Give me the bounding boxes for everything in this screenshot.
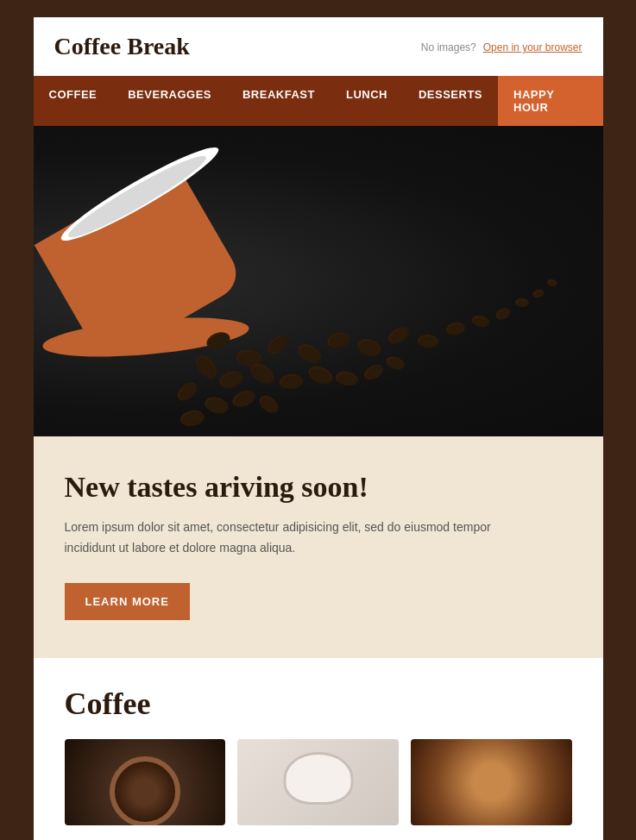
learn-more-button[interactable]: LEARN MORE xyxy=(65,583,190,620)
coffee-cards-row xyxy=(65,739,572,825)
coffee-card-2 xyxy=(237,739,399,825)
coffee-bean xyxy=(325,330,351,350)
coffee-bean xyxy=(179,409,205,429)
coffee-bean xyxy=(192,352,221,382)
coffee-section-title: Coffee xyxy=(65,686,572,722)
coffee-bean xyxy=(334,370,358,387)
coffee-bean xyxy=(385,324,412,348)
header-meta: No images? Open in your browser xyxy=(421,39,582,54)
hero-image xyxy=(34,126,603,436)
coffee-bean xyxy=(470,314,490,329)
content-body: Lorem ipsum dolor sit amet, consectetur … xyxy=(65,517,513,559)
coffee-bean xyxy=(305,363,335,388)
nav-item-lunch[interactable]: LUNCH xyxy=(331,76,403,126)
navigation: COFFEE BEVERAGGES BREAKFAST LUNCH DESSER… xyxy=(34,76,603,126)
content-heading: New tastes ariving soon! xyxy=(65,471,572,504)
coffee-bean xyxy=(361,361,385,383)
coffee-card-3 xyxy=(411,739,572,825)
coffee-bean xyxy=(355,336,382,359)
coffee-bean xyxy=(255,392,280,417)
open-in-browser-link[interactable]: Open in your browser xyxy=(483,41,582,53)
coffee-section: Coffee xyxy=(34,658,603,840)
nav-item-desserts[interactable]: DESSERTS xyxy=(403,76,498,126)
coffee-bean xyxy=(264,332,291,358)
nav-item-breakfast[interactable]: BREAKFAST xyxy=(227,76,331,126)
coffee-bean xyxy=(230,388,256,410)
content-section: New tastes ariving soon! Lorem ipsum dol… xyxy=(34,436,603,658)
coffee-bean xyxy=(532,288,545,298)
nav-item-beverages[interactable]: BEVERAGGES xyxy=(112,76,227,126)
coffee-bean xyxy=(514,298,529,307)
coffee-bean xyxy=(494,306,512,322)
site-title: Coffee Break xyxy=(54,33,190,60)
coffee-bean xyxy=(294,341,324,367)
no-images-text: No images? xyxy=(421,41,476,53)
coffee-card-1 xyxy=(65,739,226,825)
coffee-bean xyxy=(417,334,438,348)
email-container: Coffee Break No images? Open in your bro… xyxy=(34,17,603,840)
coffee-bean xyxy=(279,373,303,390)
coffee-bean xyxy=(384,354,406,373)
coffee-bean xyxy=(173,379,199,404)
coffee-bean xyxy=(217,368,244,391)
coffee-bean xyxy=(444,321,465,336)
nav-item-coffee[interactable]: COFFEE xyxy=(34,76,113,126)
coffee-bean xyxy=(203,395,230,417)
header: Coffee Break No images? Open in your bro… xyxy=(34,17,603,76)
nav-item-happy-hour[interactable]: HAPPY HOUR xyxy=(498,76,602,126)
coffee-bean xyxy=(545,278,557,288)
